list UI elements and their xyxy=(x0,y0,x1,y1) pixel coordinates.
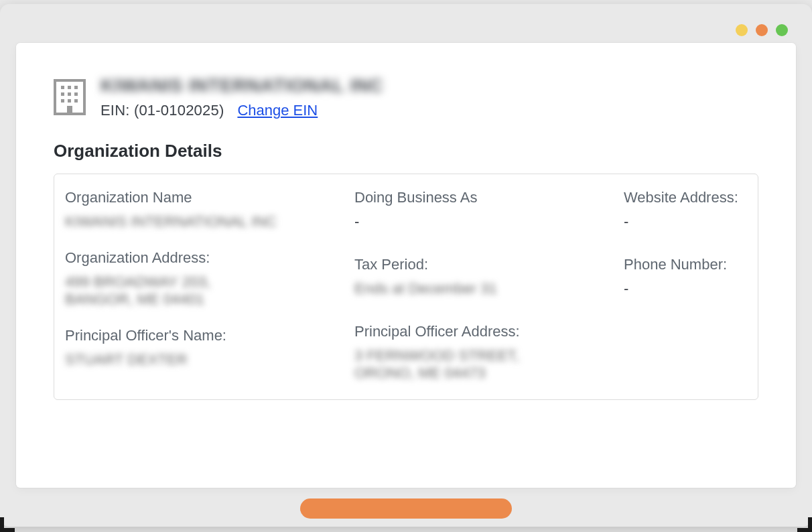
ein-line: EIN: (01-0102025) Change EIN xyxy=(100,102,383,119)
value: - xyxy=(624,213,747,230)
label: Principal Officer's Name: xyxy=(65,327,346,344)
svg-rect-4 xyxy=(61,92,64,96)
label: Organization Name xyxy=(65,189,346,206)
value: Ends at December 31 xyxy=(354,280,616,297)
field-website: Website Address: - xyxy=(624,189,747,230)
ein-value: (01-0102025) xyxy=(134,102,224,119)
value: 3 FERNWOOD STREET, ORONO, ME 04473 xyxy=(354,347,616,382)
field-officer-address: Principal Officer Address: 3 FERNWOOD ST… xyxy=(354,323,616,382)
label: Organization Address: xyxy=(65,249,346,267)
field-tax-period: Tax Period: Ends at December 31 xyxy=(354,256,616,297)
field-officer-name: Principal Officer's Name: STUART DEXTER xyxy=(65,327,346,369)
crop-corner-br xyxy=(797,517,812,532)
org-header: KIWANIS INTERNATIONAL INC EIN: (01-01020… xyxy=(54,75,758,119)
field-dba: Doing Business As - xyxy=(354,189,616,230)
svg-rect-3 xyxy=(74,86,78,89)
svg-rect-7 xyxy=(61,99,64,103)
crop-corner-bl xyxy=(0,517,15,532)
window-controls xyxy=(736,24,788,36)
label: Principal Officer Address: xyxy=(354,323,616,340)
change-ein-link[interactable]: Change EIN xyxy=(237,102,318,119)
value: KIWANIS INTERNATIONAL INC xyxy=(65,213,346,230)
value: 499 BROADWAY 203, BANGOR, ME 04401 xyxy=(65,273,346,308)
svg-rect-6 xyxy=(74,92,78,96)
label: Doing Business As xyxy=(354,189,616,206)
details-col-c: Website Address: - Phone Number: - xyxy=(624,189,747,382)
value: - xyxy=(624,280,747,297)
field-phone: Phone Number: - xyxy=(624,256,747,297)
svg-rect-10 xyxy=(67,106,72,114)
value: STUART DEXTER xyxy=(65,351,346,369)
svg-rect-8 xyxy=(68,99,71,103)
value: - xyxy=(354,213,616,230)
section-title: Organization Details xyxy=(54,141,758,161)
svg-rect-1 xyxy=(61,86,64,89)
label: Tax Period: xyxy=(354,256,616,273)
field-org-name: Organization Name KIWANIS INTERNATIONAL … xyxy=(65,189,346,230)
building-icon xyxy=(54,79,86,115)
svg-rect-9 xyxy=(74,99,78,103)
app-stage: KIWANIS INTERNATIONAL INC EIN: (01-01020… xyxy=(0,4,812,527)
ein-text: EIN: (01-0102025) xyxy=(100,102,224,119)
org-header-text: KIWANIS INTERNATIONAL INC EIN: (01-01020… xyxy=(100,75,383,119)
primary-action-bar[interactable] xyxy=(300,498,512,519)
details-col-a: Organization Name KIWANIS INTERNATIONAL … xyxy=(65,189,346,382)
ein-label: EIN: xyxy=(100,102,130,119)
details-card: Organization Name KIWANIS INTERNATIONAL … xyxy=(54,174,758,400)
window-zoom-dot[interactable] xyxy=(776,24,788,36)
org-name: KIWANIS INTERNATIONAL INC xyxy=(100,75,383,96)
field-org-address: Organization Address: 499 BROADWAY 203, … xyxy=(65,249,346,308)
svg-rect-2 xyxy=(68,86,71,89)
details-col-b: Doing Business As - Tax Period: Ends at … xyxy=(354,189,616,382)
window-close-dot[interactable] xyxy=(756,24,768,36)
label: Phone Number: xyxy=(624,256,747,273)
label: Website Address: xyxy=(624,189,747,206)
window-minimize-dot[interactable] xyxy=(736,24,748,36)
main-panel: KIWANIS INTERNATIONAL INC EIN: (01-01020… xyxy=(16,43,796,488)
svg-rect-5 xyxy=(68,92,71,96)
